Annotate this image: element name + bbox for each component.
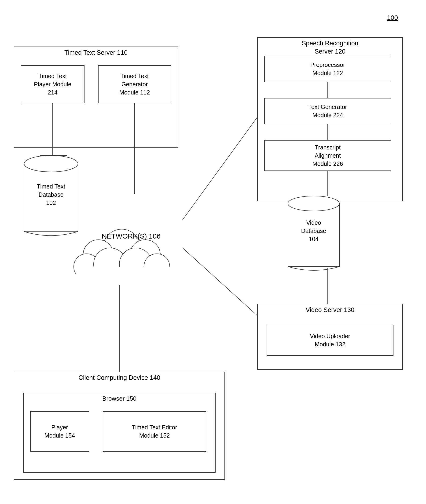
svg-point-15: [24, 156, 78, 172]
diagram-container: 100: [0, 0, 426, 504]
figure-number: 100: [387, 14, 398, 21]
tt-player-module-label: Timed TextPlayer Module214: [21, 65, 84, 103]
video-uploader-label: Video UploaderModule 132: [267, 325, 393, 355]
sr-server-label: Speech RecognitionServer 120: [257, 39, 403, 56]
client-device-label: Client Computing Device 140: [14, 374, 225, 382]
browser-label: Browser 150: [23, 395, 215, 403]
tt-generator-module-label: Timed TextGeneratorModule 112: [98, 65, 171, 103]
svg-point-20: [130, 240, 160, 270]
svg-point-21: [74, 254, 99, 279]
timed-text-server-label: Timed Text Server 110: [14, 49, 178, 57]
svg-point-24: [144, 254, 170, 279]
svg-point-23: [119, 248, 152, 281]
transcript-module-label: TranscriptAlignmentModule 226: [264, 140, 391, 171]
video-server-label: Video Server 130: [257, 306, 403, 314]
preprocessor-module-label: PreprocessorModule 122: [264, 56, 391, 82]
network-label: NETWORK(S) 106: [82, 232, 180, 241]
text-generator-module-label: Text GeneratorModule 224: [264, 98, 391, 124]
video-db-label: VideoDatabase104: [288, 219, 339, 243]
player-module-label: PlayerModule 154: [30, 412, 89, 451]
svg-point-22: [94, 248, 126, 281]
svg-line-32: [183, 248, 257, 316]
timed-text-db-label: Timed TextDatabase102: [24, 182, 78, 207]
svg-rect-25: [76, 267, 170, 295]
svg-point-17: [288, 196, 339, 211]
svg-line-31: [183, 117, 257, 220]
svg-point-19: [83, 240, 114, 270]
tt-editor-module-label: Timed Text EditorModule 152: [103, 412, 206, 451]
